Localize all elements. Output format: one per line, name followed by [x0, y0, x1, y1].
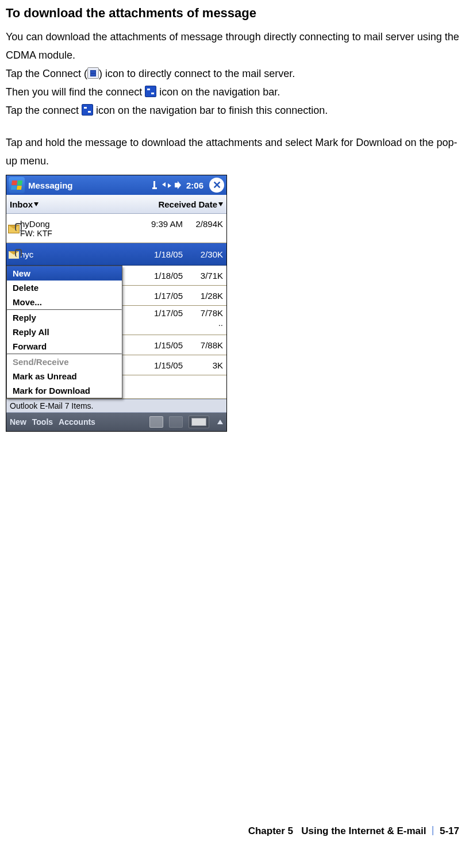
chevron-up-icon[interactable]: [217, 420, 223, 424]
list-toolbar: Inbox Received Date: [6, 195, 226, 214]
close-button[interactable]: ✕: [209, 178, 224, 193]
body-paragraph-2: Tap the Connect () icon to directly conn…: [6, 64, 459, 83]
footer-separator: [432, 826, 433, 835]
message-date: 1/17/05: [137, 308, 183, 328]
windows-flag-icon: [11, 180, 22, 190]
page-footer: Chapter 5 Using the Internet & E-mail 5-…: [248, 825, 459, 837]
clock[interactable]: 2:06: [186, 180, 203, 190]
message-size: 7/78K: [201, 308, 223, 318]
menu-send-receive: Send/Receive: [7, 355, 122, 369]
device-screenshot: Messaging 2:06 ✕ Inbox Received Date: [6, 175, 227, 432]
message-row[interactable]: 1/17/05 1/28K: [122, 286, 226, 306]
message-date: 1/15/05: [137, 340, 183, 350]
message-size: 1/28K: [183, 291, 223, 301]
menu-accounts[interactable]: Accounts: [59, 417, 95, 427]
message-date: 1/18/05: [137, 249, 183, 259]
chevron-down-icon: [34, 202, 39, 206]
context-menu-region: New Delete Move... Reply Reply All Forwa…: [6, 266, 226, 399]
menu-move[interactable]: Move...: [7, 295, 122, 309]
message-date: 1/17/05: [137, 291, 183, 301]
message-date: 9:39 AM: [137, 219, 183, 229]
footer-page: 5-17: [440, 825, 459, 836]
message-row-empty: [122, 375, 226, 395]
navigation-connect-icon: [145, 86, 156, 97]
message-size: 2/894K: [183, 219, 223, 229]
footer-chapter: Chapter 5: [248, 825, 293, 836]
send-receive-icon[interactable]: [149, 416, 163, 428]
menu-new-bottom[interactable]: New: [10, 417, 26, 427]
message-row[interactable]: 1/18/05 3/71K: [122, 266, 226, 286]
menu-delete[interactable]: Delete: [7, 281, 122, 295]
body-paragraph-1: You can download the attachments of mess…: [6, 28, 459, 64]
sort-dropdown[interactable]: Received Date: [158, 199, 223, 209]
navigation-connect-icon: [82, 104, 93, 116]
sort-label: Received Date: [158, 199, 217, 209]
message-size: 2/30K: [183, 249, 223, 259]
app-title[interactable]: Messaging: [28, 180, 151, 190]
volume-icon[interactable]: [175, 181, 183, 189]
folder-label: Inbox: [10, 199, 33, 209]
p3-text-b: icon on the navigation bar.: [156, 86, 280, 98]
section-heading: To download the attachments of message: [6, 6, 459, 21]
signal-icon[interactable]: [151, 181, 159, 189]
start-button[interactable]: [9, 177, 25, 193]
status-bar: Outlook E-Mail 7 Items.: [6, 399, 226, 413]
folder-dropdown[interactable]: Inbox: [10, 199, 158, 209]
message-subject: FW: KTF: [20, 229, 223, 238]
message-row-selected[interactable]: hyc 1/18/05 2/30K: [6, 243, 226, 266]
bottom-bar: New Tools Accounts: [6, 413, 226, 431]
p4-text-b: icon on the navigation bar to finish thi…: [93, 105, 328, 116]
titlebar: Messaging 2:06 ✕: [6, 175, 226, 195]
footer-title: Using the Internet & E-mail: [301, 825, 426, 836]
message-from: hyDong: [20, 219, 137, 229]
context-menu: New Delete Move... Reply Reply All Forwa…: [6, 266, 122, 398]
connect-icon: [87, 67, 99, 79]
message-size: 3K: [183, 360, 223, 370]
message-date: 1/15/05: [137, 360, 183, 370]
menu-reply[interactable]: Reply: [7, 310, 122, 325]
body-paragraph-3: Then you will find the connect icon on t…: [6, 83, 459, 101]
message-row[interactable]: 1/15/05 7/88K: [122, 335, 226, 355]
envelope-attachment-icon: [8, 225, 20, 233]
body-paragraph-4: Tap the connect icon on the navigation b…: [6, 101, 459, 120]
message-row[interactable]: 1/17/05 7/78K ..: [122, 306, 226, 335]
menu-new[interactable]: New: [7, 266, 122, 281]
message-extra: ..: [218, 318, 223, 328]
connectivity-icon[interactable]: [162, 181, 171, 189]
p4-text-a: Tap the connect: [6, 105, 82, 116]
menu-mark-unread[interactable]: Mark as Unread: [7, 369, 122, 383]
envelope-attachment-icon: [8, 251, 20, 259]
p2-text-b: ) icon to directly connect to the mail s…: [99, 68, 295, 79]
menu-tools[interactable]: Tools: [32, 417, 53, 427]
message-list: hyDong 9:39 AM 2/894K FW: KTF hyc 1/18/0…: [6, 214, 226, 399]
p3-text-a: Then you will find the connect: [6, 86, 145, 98]
message-from: hyc: [20, 249, 137, 259]
message-row[interactable]: hyDong 9:39 AM 2/894K FW: KTF: [6, 214, 226, 243]
message-row[interactable]: 1/15/05 3K: [122, 355, 226, 375]
menu-mark-download[interactable]: Mark for Download: [7, 383, 122, 398]
menu-reply-all[interactable]: Reply All: [7, 325, 122, 339]
keyboard-icon[interactable]: [189, 416, 209, 428]
folder-icon: [169, 416, 183, 428]
message-size: 3/71K: [183, 271, 223, 281]
p2-text-a: Tap the Connect (: [6, 68, 87, 79]
body-paragraph-5: Tap and hold the message to download the…: [6, 133, 459, 170]
message-date: 1/18/05: [137, 271, 183, 281]
chevron-down-icon: [218, 202, 223, 206]
message-size: 7/88K: [183, 340, 223, 350]
menu-forward[interactable]: Forward: [7, 339, 122, 354]
